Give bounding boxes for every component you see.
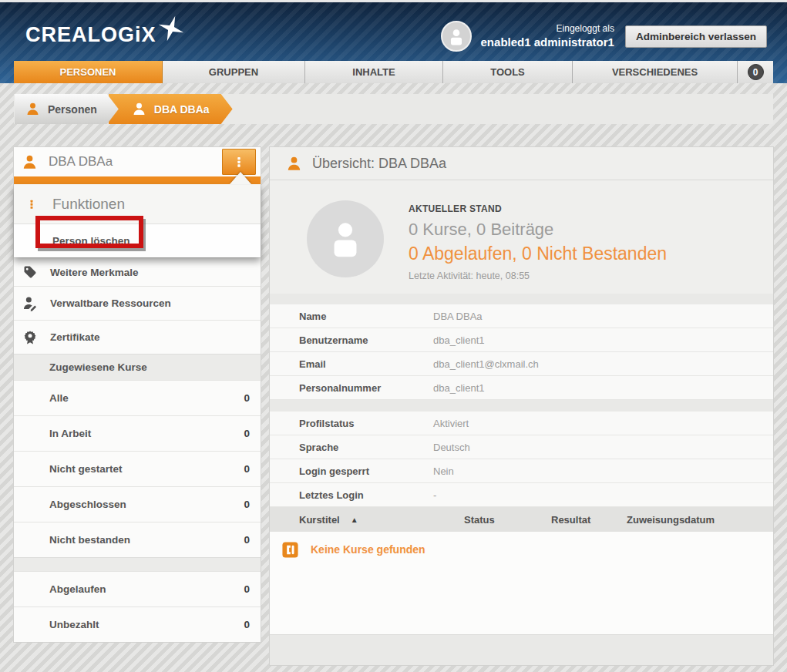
person-icon xyxy=(25,102,40,116)
dropdown-notch xyxy=(230,172,251,184)
notification-badge-section[interactable]: 0 xyxy=(738,61,773,83)
tag-icon xyxy=(22,265,39,279)
column-header-kurstitel[interactable]: Kurstitel ▲ xyxy=(270,514,464,526)
sidebar-accent-bar xyxy=(14,176,261,184)
detail-label: Benutzername xyxy=(270,334,433,346)
main-navigation: PERSONEN GRUPPEN INHALTE TOOLS VERSCHIED… xyxy=(14,61,773,83)
sidebar-filter-nicht-gestartet[interactable]: Nicht gestartet 0 xyxy=(14,451,261,486)
detail-row-benutzername: Benutzername dba_client1 xyxy=(270,328,773,352)
detail-value: - xyxy=(433,489,436,501)
filter-label: Alle xyxy=(49,392,69,404)
page-content: DBA DBAa Funktionen Pers xyxy=(14,147,773,665)
filter-label: Abgeschlossen xyxy=(49,499,126,510)
sidebar-filter-unbezahlt[interactable]: Unbezahlt 0 xyxy=(14,606,261,642)
breadcrumb: Personen DBA DBAa xyxy=(14,94,773,124)
detail-label: Profilstatus xyxy=(270,418,433,429)
certificate-badge-icon xyxy=(22,330,39,345)
leave-admin-button[interactable]: Adminbereich verlassen xyxy=(625,25,767,48)
column-header-zuweisungsdatum[interactable]: Zuweisungsdatum xyxy=(627,514,715,526)
course-table-header: Kurstitel ▲ Status Resultat Zuweisungsda… xyxy=(270,507,773,532)
overview-panel: Übersicht: DBA DBAa AKTUELLER STAND 0 Ku… xyxy=(270,147,773,665)
status-courses-posts: 0 Kurse, 0 Beiträge xyxy=(409,220,667,240)
detail-row-name: Name DBA DBAa xyxy=(270,304,773,328)
functions-menu-button[interactable] xyxy=(222,149,256,175)
sidebar-item-zertifikate[interactable]: Zertifikate xyxy=(14,320,261,354)
detail-row-profilstatus: Profilstatus Aktiviert xyxy=(270,412,773,435)
detail-value: dba_client1 xyxy=(433,334,485,346)
panel-footer xyxy=(270,634,773,665)
detail-value: Nein xyxy=(433,465,454,477)
status-heading: AKTUELLER STAND xyxy=(409,203,667,214)
sidebar-item-label: Weitere Merkmale xyxy=(50,267,139,278)
status-expired-failed: 0 Abgelaufen, 0 Nicht Bestanden xyxy=(409,244,667,264)
filter-label: Nicht bestanden xyxy=(49,534,130,546)
table-separator xyxy=(270,400,773,412)
logo-text: CREALOGiX xyxy=(25,23,156,47)
sidebar-filter-nicht-bestanden[interactable]: Nicht bestanden 0 xyxy=(14,522,261,557)
filter-count: 0 xyxy=(244,428,250,439)
login-info: Eingeloggt als enabled1 administrator1 xyxy=(481,22,614,50)
person-icon xyxy=(132,102,146,116)
filter-label: Unbezahlt xyxy=(49,619,99,630)
sidebar-person-title: DBA DBAa xyxy=(49,154,222,170)
functions-dropdown-header: Funktionen xyxy=(14,184,261,224)
filter-count: 0 xyxy=(244,534,250,546)
tab-tools[interactable]: TOOLS xyxy=(443,61,573,83)
detail-value: dba_client1@clxmail.ch xyxy=(433,358,539,370)
sort-ascending-icon: ▲ xyxy=(351,516,358,524)
status-block: AKTUELLER STAND 0 Kurse, 0 Beiträge 0 Ab… xyxy=(409,200,667,281)
column-header-status[interactable]: Status xyxy=(464,514,551,526)
empty-message: Keine Kurse gefunden xyxy=(311,543,425,556)
detail-value: Deutsch xyxy=(433,442,470,453)
filter-count: 0 xyxy=(244,619,250,630)
person-sidebar: DBA DBAa Funktionen Pers xyxy=(14,147,261,642)
tab-verschiedenes[interactable]: VERSCHIEDENES xyxy=(573,61,738,83)
crealogix-logo: CREALOGiX xyxy=(25,23,184,47)
star-icon xyxy=(158,15,184,42)
detail-label: Name xyxy=(270,311,433,322)
logged-in-user-name: enabled1 administrator1 xyxy=(481,35,614,50)
sidebar-item-verwaltbare-ressourcen[interactable]: Verwaltbare Ressourcen xyxy=(14,286,261,320)
sidebar-filter-abgelaufen[interactable]: Abgelaufen 0 xyxy=(14,571,261,606)
sidebar-filter-abgeschlossen[interactable]: Abgeschlossen 0 xyxy=(14,486,261,522)
filter-label: In Arbeit xyxy=(49,428,91,439)
notification-count-badge: 0 xyxy=(748,64,764,80)
person-icon xyxy=(22,154,38,170)
no-courses-icon xyxy=(281,541,299,559)
detail-value: dba_client1 xyxy=(433,382,485,394)
detail-value: Aktiviert xyxy=(433,418,469,429)
breadcrumb-label: Personen xyxy=(48,103,97,116)
tab-gruppen[interactable]: GRUPPEN xyxy=(163,61,305,83)
filter-count: 0 xyxy=(244,392,250,404)
sidebar-item-label: Verwaltbare Ressourcen xyxy=(50,297,171,309)
table-separator xyxy=(270,294,773,304)
filter-count: 0 xyxy=(244,499,250,510)
column-label: Kurstitel xyxy=(299,514,340,526)
sidebar-item-weitere-merkmale[interactable]: Weitere Merkmale xyxy=(14,257,261,286)
status-last-activity: Letzte Aktivität: heute, 08:55 xyxy=(409,270,667,281)
detail-label: Letztes Login xyxy=(270,489,433,501)
person-edit-icon xyxy=(22,296,39,311)
functions-dropdown: Funktionen Person löschen xyxy=(14,184,261,257)
kebab-menu-icon xyxy=(233,154,245,170)
breadcrumb-item-personen[interactable]: Personen xyxy=(15,94,119,124)
tab-personen[interactable]: PERSONEN xyxy=(14,61,163,83)
profile-summary: AKTUELLER STAND 0 Kurse, 0 Beiträge 0 Ab… xyxy=(270,180,773,294)
user-area: Eingeloggt als enabled1 administrator1 A… xyxy=(441,21,767,52)
sidebar-filter-alle[interactable]: Alle 0 xyxy=(14,380,261,415)
sidebar-filter-in-arbeit[interactable]: In Arbeit 0 xyxy=(14,415,261,451)
course-table-empty-state: Keine Kurse gefunden xyxy=(270,532,773,634)
detail-row-sprache: Sprache Deutsch xyxy=(270,435,773,459)
detail-label: Personalnummer xyxy=(270,382,433,394)
tab-inhalte[interactable]: INHALTE xyxy=(305,61,443,83)
logged-in-as-label: Eingeloggt als xyxy=(481,22,614,35)
detail-row-personalnummer: Personalnummer dba_client1 xyxy=(270,376,773,400)
sidebar-item-label: Zertifikate xyxy=(50,331,100,343)
menu-item-person-loeschen[interactable]: Person löschen xyxy=(14,224,261,257)
profile-avatar xyxy=(307,200,384,277)
breadcrumb-item-dba-dbaa[interactable]: DBA DBAa xyxy=(109,94,233,124)
filter-count: 0 xyxy=(244,463,250,475)
column-header-resultat[interactable]: Resultat xyxy=(551,514,627,526)
detail-label: Email xyxy=(270,358,433,370)
detail-value: DBA DBAa xyxy=(433,311,483,322)
